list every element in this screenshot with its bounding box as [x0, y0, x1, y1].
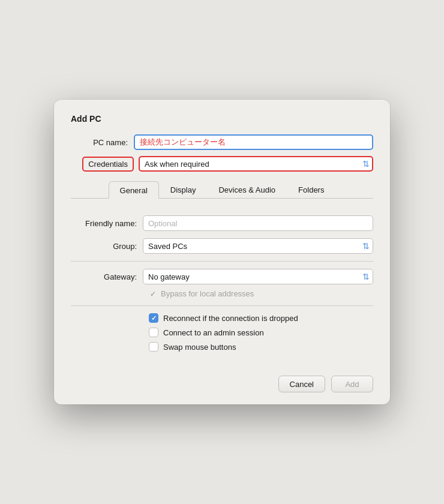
reconnect-checkbox[interactable] [149, 313, 158, 323]
credentials-row: Credentials Ask when required Add accoun… [71, 156, 373, 172]
tabs-row: General Display Devices & Audio Folders [71, 181, 373, 199]
credentials-select-wrapper: Ask when required Add account... ⇅ [139, 156, 373, 172]
group-label: Group: [71, 242, 143, 251]
dialog-title: Add PC [71, 114, 373, 124]
friendly-name-label: Friendly name: [71, 219, 143, 228]
tab-devices-audio[interactable]: Devices & Audio [207, 181, 287, 198]
credentials-label: Credentials [82, 157, 134, 172]
bypass-row: ✓ Bypass for local addresses [71, 289, 373, 298]
bypass-label: Bypass for local addresses [161, 289, 254, 298]
tab-display[interactable]: Display [159, 181, 208, 198]
tab-content-general: Friendly name: Group: Saved PCs ⇅ Gatewa… [71, 206, 373, 352]
group-select[interactable]: Saved PCs [143, 238, 373, 254]
pc-name-row: PC name: [71, 134, 373, 150]
gateway-row: Gateway: No gateway ⇅ [71, 269, 373, 284]
tab-folders[interactable]: Folders [287, 181, 335, 198]
tabs-section: General Display Devices & Audio Folders [71, 181, 373, 199]
add-button[interactable]: Add [331, 376, 373, 392]
pc-name-label: PC name: [71, 138, 134, 147]
swap-label: Swap mouse buttons [163, 343, 236, 352]
admin-row: Connect to an admin session [149, 328, 373, 337]
friendly-name-input[interactable] [143, 215, 373, 231]
add-pc-dialog: Add PC PC name: Credentials Ask when req… [54, 100, 390, 404]
swap-row: Swap mouse buttons [149, 342, 373, 352]
gateway-select-wrapper: No gateway ⇅ [143, 269, 373, 284]
credentials-select[interactable]: Ask when required Add account... [139, 156, 373, 172]
group-select-wrapper: Saved PCs ⇅ [143, 238, 373, 254]
tab-general[interactable]: General [109, 181, 159, 199]
swap-checkbox[interactable] [149, 342, 158, 352]
friendly-name-row: Friendly name: [71, 215, 373, 231]
gateway-select[interactable]: No gateway [143, 269, 373, 284]
reconnect-label: Reconnect if the connection is dropped [163, 314, 298, 323]
pc-name-input[interactable] [134, 134, 373, 150]
checkbox-section: Reconnect if the connection is dropped C… [71, 313, 373, 352]
cancel-button[interactable]: Cancel [278, 376, 325, 392]
gateway-label: Gateway: [71, 272, 143, 281]
separator-1 [71, 261, 373, 262]
admin-label: Connect to an admin session [163, 328, 264, 337]
footer: Cancel Add [71, 366, 373, 392]
group-row: Group: Saved PCs ⇅ [71, 238, 373, 254]
separator-2 [71, 305, 373, 306]
reconnect-row: Reconnect if the connection is dropped [149, 313, 373, 323]
bypass-checkmark-icon: ✓ [149, 290, 157, 298]
admin-checkbox[interactable] [149, 328, 158, 337]
credentials-label-cell: Credentials [71, 157, 134, 172]
